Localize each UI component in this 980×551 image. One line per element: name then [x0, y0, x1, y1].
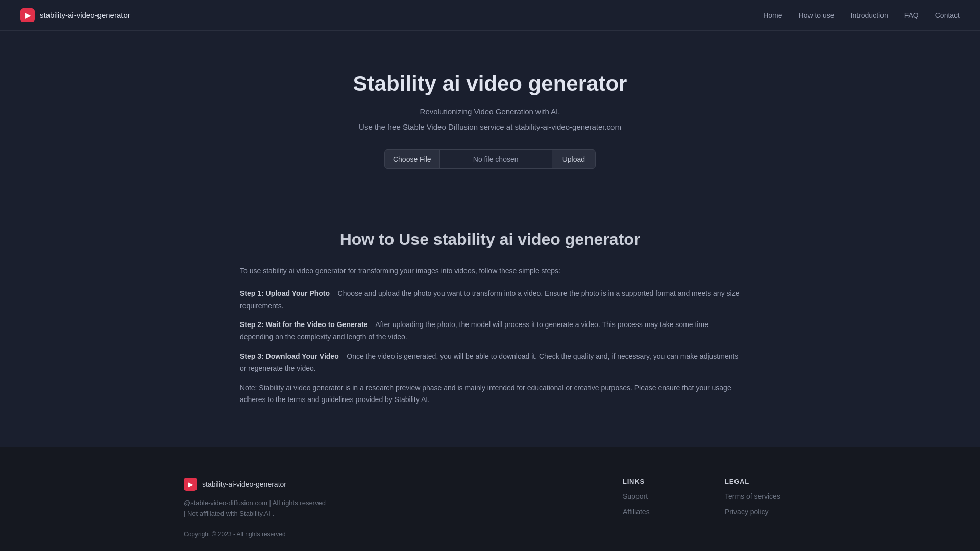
- footer-link-privacy[interactable]: Privacy policy: [725, 508, 796, 516]
- footer-copyright: Copyright © 2023 - All rights reserved: [184, 531, 592, 538]
- footer-link-terms[interactable]: Terms of services: [725, 492, 796, 500]
- how-to-note: Note: Stability ai video generator is in…: [240, 382, 740, 407]
- choose-file-button[interactable]: Choose File: [384, 149, 439, 169]
- nav-link-contact[interactable]: Contact: [935, 11, 960, 19]
- hero-subtitle-2: Use the free Stable Video Diffusion serv…: [10, 120, 970, 134]
- nav-brand-name: stability-ai-video-generator: [40, 11, 130, 19]
- footer-legal-col: LEGAL Terms of services Privacy policy: [725, 478, 796, 516]
- nav-link-how-to-use[interactable]: How to use: [799, 11, 835, 19]
- file-upload-row: Choose File No file chosen Upload: [10, 149, 970, 169]
- nav-brand[interactable]: ▶ stability-ai-video-generator: [20, 8, 130, 22]
- footer-link-affiliates[interactable]: Affiliates: [623, 508, 694, 516]
- nav-link-faq[interactable]: FAQ: [904, 11, 919, 19]
- how-to-step-1: Step 1: Upload Your Photo – Choose and u…: [240, 288, 740, 312]
- upload-button[interactable]: Upload: [552, 149, 596, 169]
- footer-links-col: LINKS Support Affiliates: [623, 478, 694, 516]
- navbar: ▶ stability-ai-video-generator Home How …: [0, 0, 980, 31]
- how-to-title: How to Use stability ai video generator: [240, 230, 740, 249]
- file-name-display: No file chosen: [439, 149, 552, 169]
- how-to-section: How to Use stability ai video generator …: [219, 199, 761, 447]
- nav-link-introduction[interactable]: Introduction: [851, 11, 888, 19]
- nav-links: Home How to use Introduction FAQ Contact: [763, 11, 960, 19]
- how-to-step-3: Step 3: Download Your Video – Once the v…: [240, 350, 740, 375]
- footer: ▶ stability-ai-video-generator @stable-v…: [0, 447, 980, 551]
- how-to-step-3-label: Step 3: Download Your Video: [240, 352, 339, 360]
- how-to-step-2-label: Step 2: Wait for the Video to Generate: [240, 320, 368, 329]
- footer-logo-icon: ▶: [184, 478, 197, 491]
- hero-title: Stability ai video generator: [10, 71, 970, 96]
- footer-link-support[interactable]: Support: [623, 492, 694, 500]
- nav-link-home[interactable]: Home: [763, 11, 782, 19]
- how-to-intro: To use stability ai video generator for …: [240, 265, 740, 278]
- footer-brand-name: stability-ai-video-generator: [202, 480, 286, 488]
- footer-disclaimer: @stable-video-diffusion.com | All rights…: [184, 498, 327, 519]
- hero-section: Stability ai video generator Revolutioni…: [0, 31, 980, 199]
- footer-brand-col: ▶ stability-ai-video-generator @stable-v…: [184, 478, 592, 538]
- how-to-step-2: Step 2: Wait for the Video to Generate –…: [240, 319, 740, 343]
- footer-inner: ▶ stability-ai-video-generator @stable-v…: [184, 478, 796, 538]
- footer-brand-row: ▶ stability-ai-video-generator: [184, 478, 592, 491]
- footer-legal-title: LEGAL: [725, 478, 796, 485]
- nav-logo-icon: ▶: [20, 8, 35, 22]
- hero-subtitle-1: Revolutionizing Video Generation with AI…: [10, 105, 970, 118]
- how-to-step-1-label: Step 1: Upload Your Photo: [240, 289, 330, 297]
- footer-links-title: LINKS: [623, 478, 694, 485]
